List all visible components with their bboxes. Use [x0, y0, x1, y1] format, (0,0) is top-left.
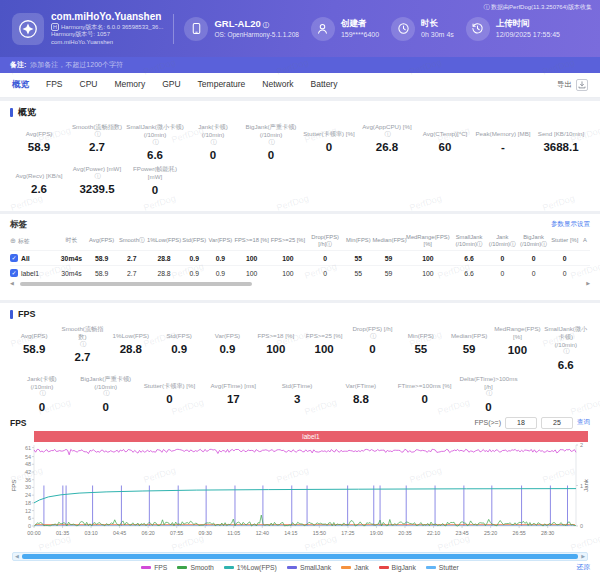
- metric-label: Stutter(卡顿率) [%]: [300, 123, 358, 138]
- metric-value: -: [474, 141, 532, 153]
- metric-value: 3239.5: [68, 183, 126, 195]
- metric-value: 0: [457, 401, 521, 413]
- label-name-cell: ✓All: [10, 250, 56, 265]
- legend-item-Smooth[interactable]: Smooth: [177, 564, 213, 571]
- column-header: Drop(FPS) [/h]ⓘ: [306, 232, 344, 250]
- row-checkbox[interactable]: ✓: [10, 269, 18, 277]
- device-group: GRL-AL20ⓘ OS: OpenHarmony-5.1.1.208: [184, 17, 299, 41]
- metric-value: 6.6: [126, 149, 184, 161]
- metric: Min(FPS)55: [397, 325, 445, 371]
- cell-value: 0.9: [181, 266, 207, 281]
- add-label-icon[interactable]: ⊕: [10, 237, 16, 244]
- tab-CPU[interactable]: CPU: [80, 79, 98, 91]
- svg-text:FPS: FPS: [11, 479, 17, 491]
- info-icon[interactable]: ⓘ: [103, 390, 109, 398]
- chart-scroll-thumb[interactable]: [22, 554, 578, 559]
- info-icon[interactable]: ⓘ: [385, 131, 391, 139]
- info-icon[interactable]: ⓘ: [39, 390, 45, 398]
- cell-value: 55: [344, 250, 372, 265]
- metric-label: Min(FPS): [397, 325, 445, 340]
- phone-icon: [184, 17, 208, 41]
- info-icon[interactable]: ⓘ: [211, 139, 217, 147]
- scroll-left-icon[interactable]: ◀: [15, 553, 19, 560]
- tab-Network[interactable]: Network: [262, 79, 293, 91]
- info-icon[interactable]: ⓘ: [95, 131, 101, 139]
- tab-Battery[interactable]: Battery: [311, 79, 338, 91]
- metric-label: FTime>=100ms [%]: [393, 375, 457, 390]
- fps-chart[interactable]: 0612182430364248546101200:0001:3503:1004…: [10, 442, 590, 550]
- metric-label: Avg(Power) [mW]ⓘ: [68, 165, 126, 180]
- info-icon[interactable]: ⓘ: [153, 139, 159, 147]
- metric: Var(FPS)0.9: [203, 325, 251, 371]
- app-info: com.miHoYo.Yuanshen HHarmony版本名: 6.0.0 3…: [51, 11, 163, 47]
- hscroll-thumb[interactable]: [20, 282, 252, 286]
- param-display-settings-link[interactable]: 参数显示设置: [551, 220, 590, 229]
- fps-threshold-input-2[interactable]: [541, 417, 573, 429]
- info-icon[interactable]: ⓘ: [80, 341, 86, 349]
- tab-概览[interactable]: 概览: [12, 79, 29, 91]
- legend-item-SmallJank[interactable]: SmallJank: [287, 564, 331, 571]
- label-band: label1: [34, 431, 588, 442]
- column-header: ⊕标签: [10, 232, 56, 250]
- labels-title: 标签: [10, 219, 27, 231]
- section-accent-bar: [10, 310, 13, 319]
- metric: BigJank(严重卡顿) (/10min)ⓘ0: [242, 123, 300, 161]
- note-bar[interactable]: 备注: 添加备注，不超过1200个字符: [0, 57, 600, 73]
- metric-value: 60: [416, 141, 474, 153]
- metric-value: 0: [126, 184, 184, 196]
- person-icon: [311, 17, 335, 41]
- cell-value: 30m4s: [56, 266, 86, 281]
- fps-filter-query-link[interactable]: 查询: [577, 418, 590, 427]
- info-icon[interactable]: ⓘ: [563, 348, 569, 356]
- svg-text:25:20: 25:20: [484, 530, 497, 536]
- tab-GPU[interactable]: GPU: [162, 79, 180, 91]
- info-icon[interactable]: ⓘ: [95, 173, 101, 181]
- labels-hscrollbar[interactable]: ◀ ▶: [10, 281, 590, 287]
- metric: 1%Low(FPS)28.8: [107, 325, 155, 371]
- legend-item-BigJank[interactable]: BigJank: [379, 564, 416, 571]
- metric-value: 55: [397, 343, 445, 355]
- restore-link[interactable]: 还原: [576, 562, 590, 572]
- metric-label: SmallJank(微小卡顿) (/10min)ⓘ: [542, 325, 590, 356]
- info-icon[interactable]: ⓘ: [269, 139, 275, 147]
- chart-hscrollbar[interactable]: ◀ ▶: [12, 552, 588, 561]
- metric-value: 0: [300, 141, 358, 153]
- info-icon[interactable]: ⓘ: [486, 390, 492, 398]
- metric: FPS>=18 [%]100: [252, 325, 300, 371]
- overview-metrics-row1: Avg(FPS)58.9Smooth(流畅指数)ⓘ2.7SmallJank(微小…: [10, 123, 590, 161]
- scroll-left-icon[interactable]: ◀: [10, 280, 14, 286]
- report-header: ⓘ 数据由PerfDog(11.3.250764)版本收集 com.miHoYo…: [0, 0, 600, 57]
- creator-label: 创建者: [341, 18, 379, 29]
- cell-value: [580, 266, 590, 281]
- tab-FPS[interactable]: FPS: [46, 79, 63, 91]
- cell-value: 2.7: [117, 266, 147, 281]
- cell-value: 58.9: [87, 266, 117, 281]
- svg-text:6: 6: [28, 515, 31, 521]
- export-button[interactable]: 导出: [557, 80, 572, 90]
- cell-value: 100: [270, 266, 306, 281]
- cell-value: 6.6: [451, 250, 487, 265]
- metric-value: 0: [242, 149, 300, 161]
- metric-label: 1%Low(FPS): [107, 325, 155, 340]
- column-header: 1%Low(FPS): [147, 232, 181, 250]
- row-checkbox[interactable]: ✓: [10, 254, 18, 262]
- chart-legend: FPSSmooth1%Low(FPS)SmallJankJankBigJankS…: [10, 561, 590, 574]
- tab-Memory[interactable]: Memory: [114, 79, 145, 91]
- metric: Smooth(流畅指数)ⓘ2.7: [68, 123, 126, 161]
- harmony-logo-icon: H: [51, 23, 59, 31]
- legend-item-Jank[interactable]: Jank: [341, 564, 368, 571]
- legend-item-Stutter[interactable]: Stutter: [426, 564, 459, 571]
- scroll-right-icon[interactable]: ▶: [586, 280, 590, 286]
- info-icon[interactable]: ⓘ: [370, 333, 376, 341]
- metric-label: Avg(AppCPU) [%]ⓘ: [358, 123, 416, 138]
- export-icon[interactable]: [576, 79, 588, 91]
- legend-item-FPS[interactable]: FPS: [141, 564, 167, 571]
- legend-item-1%Low(FPS)[interactable]: 1%Low(FPS): [224, 564, 277, 571]
- cell-value: [580, 250, 590, 265]
- metric-value: 2.7: [68, 141, 126, 153]
- svg-text:12:40: 12:40: [256, 530, 269, 536]
- device-info-icon[interactable]: ⓘ: [263, 22, 269, 28]
- tab-Temperature[interactable]: Temperature: [198, 79, 246, 91]
- fps-threshold-input-1[interactable]: [505, 417, 537, 429]
- scroll-right-icon[interactable]: ▶: [581, 553, 585, 560]
